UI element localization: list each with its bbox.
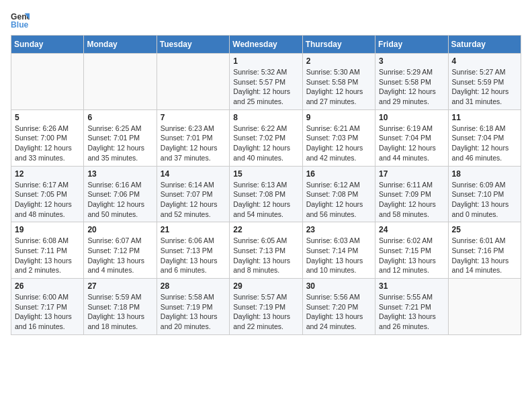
- calendar-cell: 17Sunrise: 6:11 AM Sunset: 7:09 PM Dayli…: [375, 166, 448, 222]
- calendar-cell: 16Sunrise: 6:12 AM Sunset: 7:08 PM Dayli…: [302, 166, 375, 222]
- cell-details: Sunrise: 6:11 AM Sunset: 7:09 PM Dayligh…: [379, 180, 444, 220]
- day-number: 1: [233, 56, 298, 66]
- calendar-cell: 26Sunrise: 6:00 AM Sunset: 7:17 PM Dayli…: [11, 279, 84, 335]
- calendar-cell: 4Sunrise: 5:27 AM Sunset: 5:59 PM Daylig…: [448, 54, 521, 110]
- logo-icon: General Blue: [11, 11, 30, 30]
- cell-details: Sunrise: 6:08 AM Sunset: 7:11 PM Dayligh…: [15, 236, 80, 275]
- cell-details: Sunrise: 6:14 AM Sunset: 7:07 PM Dayligh…: [161, 180, 226, 220]
- cell-details: Sunrise: 5:32 AM Sunset: 5:57 PM Dayligh…: [233, 67, 298, 107]
- cell-details: Sunrise: 6:21 AM Sunset: 7:03 PM Dayligh…: [306, 124, 371, 163]
- calendar-cell: 30Sunrise: 5:56 AM Sunset: 7:20 PM Dayli…: [302, 279, 375, 335]
- weekday-header-friday: Friday: [375, 36, 448, 54]
- calendar-cell: 6Sunrise: 6:25 AM Sunset: 7:01 PM Daylig…: [84, 109, 157, 166]
- calendar-cell: 27Sunrise: 5:59 AM Sunset: 7:18 PM Dayli…: [84, 279, 157, 335]
- calendar-cell: 29Sunrise: 5:57 AM Sunset: 7:19 PM Dayli…: [230, 279, 302, 335]
- calendar-cell: 9Sunrise: 6:21 AM Sunset: 7:03 PM Daylig…: [302, 109, 375, 166]
- calendar-cell: 12Sunrise: 6:17 AM Sunset: 7:05 PM Dayli…: [11, 166, 84, 222]
- cell-details: Sunrise: 6:17 AM Sunset: 7:05 PM Dayligh…: [15, 180, 80, 220]
- day-number: 16: [306, 169, 371, 179]
- day-number: 31: [379, 281, 444, 291]
- day-number: 28: [161, 281, 226, 291]
- weekday-header-sunday: Sunday: [11, 36, 84, 54]
- cell-details: Sunrise: 6:05 AM Sunset: 7:13 PM Dayligh…: [233, 236, 298, 275]
- logo: General Blue: [11, 11, 30, 30]
- cell-details: Sunrise: 5:27 AM Sunset: 5:59 PM Dayligh…: [452, 67, 517, 107]
- cell-details: Sunrise: 5:59 AM Sunset: 7:18 PM Dayligh…: [87, 292, 152, 332]
- cell-details: Sunrise: 6:23 AM Sunset: 7:01 PM Dayligh…: [161, 124, 226, 163]
- calendar-cell: 11Sunrise: 6:18 AM Sunset: 7:04 PM Dayli…: [448, 109, 521, 166]
- calendar-cell: 5Sunrise: 6:26 AM Sunset: 7:00 PM Daylig…: [11, 109, 84, 166]
- cell-details: Sunrise: 5:30 AM Sunset: 5:58 PM Dayligh…: [306, 67, 371, 107]
- day-number: 9: [306, 113, 371, 122]
- day-number: 15: [233, 169, 298, 179]
- cell-details: Sunrise: 6:02 AM Sunset: 7:15 PM Dayligh…: [379, 236, 444, 275]
- calendar-cell: [157, 54, 229, 110]
- calendar-cell: [84, 54, 157, 110]
- day-number: 18: [452, 169, 517, 179]
- cell-details: Sunrise: 6:12 AM Sunset: 7:08 PM Dayligh…: [306, 180, 371, 220]
- cell-details: Sunrise: 6:16 AM Sunset: 7:06 PM Dayligh…: [87, 180, 152, 220]
- calendar-cell: 15Sunrise: 6:13 AM Sunset: 7:08 PM Dayli…: [230, 166, 302, 222]
- cell-details: Sunrise: 5:56 AM Sunset: 7:20 PM Dayligh…: [306, 292, 371, 332]
- week-row-4: 26Sunrise: 6:00 AM Sunset: 7:17 PM Dayli…: [11, 279, 521, 335]
- day-number: 12: [15, 169, 80, 179]
- weekday-header-saturday: Saturday: [448, 36, 521, 54]
- day-number: 30: [306, 281, 371, 291]
- weekday-header-wednesday: Wednesday: [230, 36, 302, 54]
- calendar-table: SundayMondayTuesdayWednesdayThursdayFrid…: [11, 35, 521, 335]
- weekday-header-tuesday: Tuesday: [157, 36, 229, 54]
- day-number: 4: [452, 56, 517, 66]
- day-number: 8: [233, 113, 298, 122]
- day-number: 27: [87, 281, 152, 291]
- day-number: 2: [306, 56, 371, 66]
- calendar-cell: 28Sunrise: 5:58 AM Sunset: 7:19 PM Dayli…: [157, 279, 229, 335]
- cell-details: Sunrise: 6:26 AM Sunset: 7:00 PM Dayligh…: [15, 124, 80, 163]
- day-number: 24: [379, 225, 444, 234]
- calendar-cell: [11, 54, 84, 110]
- calendar-cell: 21Sunrise: 6:06 AM Sunset: 7:13 PM Dayli…: [157, 222, 229, 279]
- day-number: 23: [306, 225, 371, 234]
- cell-details: Sunrise: 6:22 AM Sunset: 7:02 PM Dayligh…: [233, 124, 298, 163]
- calendar-cell: 23Sunrise: 6:03 AM Sunset: 7:14 PM Dayli…: [302, 222, 375, 279]
- calendar-cell: 2Sunrise: 5:30 AM Sunset: 5:58 PM Daylig…: [302, 54, 375, 110]
- day-number: 10: [379, 113, 444, 122]
- day-number: 11: [452, 113, 517, 122]
- calendar-cell: 19Sunrise: 6:08 AM Sunset: 7:11 PM Dayli…: [11, 222, 84, 279]
- cell-details: Sunrise: 5:57 AM Sunset: 7:19 PM Dayligh…: [233, 292, 298, 332]
- cell-details: Sunrise: 5:58 AM Sunset: 7:19 PM Dayligh…: [161, 292, 226, 332]
- calendar-cell: 1Sunrise: 5:32 AM Sunset: 5:57 PM Daylig…: [230, 54, 302, 110]
- calendar-cell: [448, 279, 521, 335]
- week-row-1: 5Sunrise: 6:26 AM Sunset: 7:00 PM Daylig…: [11, 109, 521, 166]
- svg-text:Blue: Blue: [11, 20, 29, 30]
- calendar-cell: 18Sunrise: 6:09 AM Sunset: 7:10 PM Dayli…: [448, 166, 521, 222]
- weekday-header-thursday: Thursday: [302, 36, 375, 54]
- day-number: 3: [379, 56, 444, 66]
- day-number: 21: [161, 225, 226, 234]
- day-number: 17: [379, 169, 444, 179]
- day-number: 7: [161, 113, 226, 122]
- calendar-cell: 25Sunrise: 6:01 AM Sunset: 7:16 PM Dayli…: [448, 222, 521, 279]
- calendar-cell: 13Sunrise: 6:16 AM Sunset: 7:06 PM Dayli…: [84, 166, 157, 222]
- weekday-header-monday: Monday: [84, 36, 157, 54]
- calendar-cell: 31Sunrise: 5:55 AM Sunset: 7:21 PM Dayli…: [375, 279, 448, 335]
- day-number: 13: [87, 169, 152, 179]
- day-number: 14: [161, 169, 226, 179]
- day-number: 6: [87, 113, 152, 122]
- page-header: General Blue: [11, 11, 521, 30]
- day-number: 20: [87, 225, 152, 234]
- cell-details: Sunrise: 5:55 AM Sunset: 7:21 PM Dayligh…: [379, 292, 444, 332]
- calendar-cell: 22Sunrise: 6:05 AM Sunset: 7:13 PM Dayli…: [230, 222, 302, 279]
- calendar-cell: 7Sunrise: 6:23 AM Sunset: 7:01 PM Daylig…: [157, 109, 229, 166]
- day-number: 22: [233, 225, 298, 234]
- day-number: 25: [452, 225, 517, 234]
- cell-details: Sunrise: 6:01 AM Sunset: 7:16 PM Dayligh…: [452, 236, 517, 275]
- cell-details: Sunrise: 6:25 AM Sunset: 7:01 PM Dayligh…: [87, 124, 152, 163]
- calendar-cell: 20Sunrise: 6:07 AM Sunset: 7:12 PM Dayli…: [84, 222, 157, 279]
- cell-details: Sunrise: 6:06 AM Sunset: 7:13 PM Dayligh…: [161, 236, 226, 275]
- day-number: 5: [15, 113, 80, 122]
- cell-details: Sunrise: 6:18 AM Sunset: 7:04 PM Dayligh…: [452, 124, 517, 163]
- cell-details: Sunrise: 6:00 AM Sunset: 7:17 PM Dayligh…: [15, 292, 80, 332]
- week-row-3: 19Sunrise: 6:08 AM Sunset: 7:11 PM Dayli…: [11, 222, 521, 279]
- cell-details: Sunrise: 6:07 AM Sunset: 7:12 PM Dayligh…: [87, 236, 152, 275]
- calendar-cell: 8Sunrise: 6:22 AM Sunset: 7:02 PM Daylig…: [230, 109, 302, 166]
